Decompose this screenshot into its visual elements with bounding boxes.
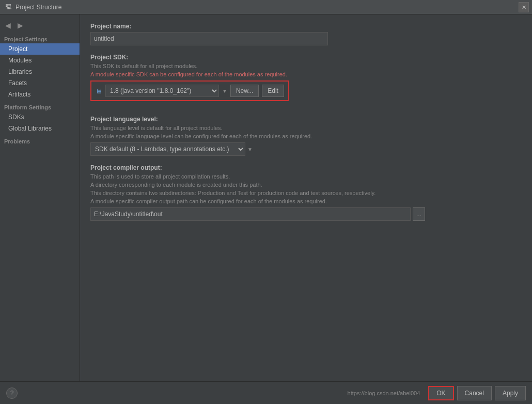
project-output-desc1: This path is used to store all project c… (90, 173, 522, 180)
content-area: Project name: Project SDK: This SDK is d… (80, 14, 532, 381)
project-output-section: Project compiler output: This path is us… (90, 164, 522, 221)
lang-dropdown-arrow: ▼ (247, 147, 253, 152)
project-sdk-desc1: This SDK is default for all project modu… (90, 63, 522, 69)
project-settings-label: Project Settings (0, 34, 80, 43)
project-lang-label: Project language level: (90, 116, 522, 123)
bottom-right: https://blog.csdn.net/abel004 OK Cancel … (348, 386, 526, 400)
sidebar-item-modules[interactable]: Modules (0, 55, 80, 66)
project-lang-desc2: A module specific language level can be … (90, 133, 522, 139)
output-path-input[interactable] (90, 207, 411, 221)
help-button[interactable]: ? (6, 387, 18, 399)
close-button[interactable]: ✕ (519, 2, 529, 12)
project-name-section: Project name: (90, 23, 522, 45)
project-output-desc4: A module specific compiler output path c… (90, 198, 522, 204)
sdk-dropdown-arrow: ▼ (222, 88, 227, 94)
project-lang-section: Project language level: This language le… (90, 116, 522, 156)
sdk-icon: 🖥 (96, 87, 102, 95)
nav-forward-button[interactable]: ▶ (14, 20, 26, 31)
project-name-label: Project name: (90, 23, 522, 30)
watermark-text: https://blog.csdn.net/abel004 (348, 390, 420, 396)
nav-back-button[interactable]: ◀ (2, 20, 13, 31)
problems-label: Problems (0, 134, 80, 146)
sidebar-item-project[interactable]: Project (0, 43, 80, 55)
project-name-input[interactable] (90, 32, 328, 45)
browse-button[interactable]: ... (413, 207, 425, 221)
title-bar: 🏗 Project Structure ✕ (0, 0, 532, 14)
bottom-bar: ? https://blog.csdn.net/abel004 OK Cance… (0, 381, 532, 404)
sidebar-item-sdks[interactable]: SDKs (0, 111, 80, 123)
title-bar-text: Project Structure (15, 4, 61, 11)
sidebar: ◀ ▶ Project Settings Project Modules Lib… (0, 14, 80, 381)
sidebar-item-artifacts[interactable]: Artifacts (0, 89, 80, 100)
project-sdk-section: Project SDK: This SDK is default for all… (90, 54, 522, 107)
apply-button[interactable]: Apply (495, 386, 526, 400)
ok-button[interactable]: OK (428, 386, 453, 400)
sidebar-item-facets[interactable]: Facets (0, 77, 80, 89)
project-output-desc2: A directory corresponding to each module… (90, 182, 522, 188)
main-container: ◀ ▶ Project Settings Project Modules Lib… (0, 14, 532, 381)
sidebar-item-libraries[interactable]: Libraries (0, 66, 80, 77)
sidebar-nav: ◀ ▶ (0, 19, 80, 34)
lang-select-wrap: SDK default (8 - Lambdas, type annotatio… (90, 142, 522, 156)
output-path-wrap: ... (90, 207, 522, 221)
sdk-select[interactable]: 1.8 (java version "1.8.0_162") (105, 85, 219, 97)
sdk-edit-button[interactable]: Edit (262, 85, 284, 97)
project-output-desc3: This directory contains two subdirectori… (90, 190, 522, 196)
sdk-box: 🖥 1.8 (java version "1.8.0_162") ▼ New..… (90, 80, 289, 101)
sdk-new-button[interactable]: New... (230, 85, 259, 97)
sidebar-item-global-libraries[interactable]: Global Libraries (0, 123, 80, 134)
project-sdk-label: Project SDK: (90, 54, 522, 61)
project-output-label: Project compiler output: (90, 164, 522, 171)
project-sdk-desc2: A module specific SDK can be configured … (90, 71, 522, 77)
cancel-button[interactable]: Cancel (457, 386, 492, 400)
project-lang-desc1: This language level is default for all p… (90, 125, 522, 131)
platform-settings-label: Platform Settings (0, 100, 80, 111)
app-icon: 🏗 (4, 3, 12, 11)
lang-level-select[interactable]: SDK default (8 - Lambdas, type annotatio… (90, 142, 245, 156)
